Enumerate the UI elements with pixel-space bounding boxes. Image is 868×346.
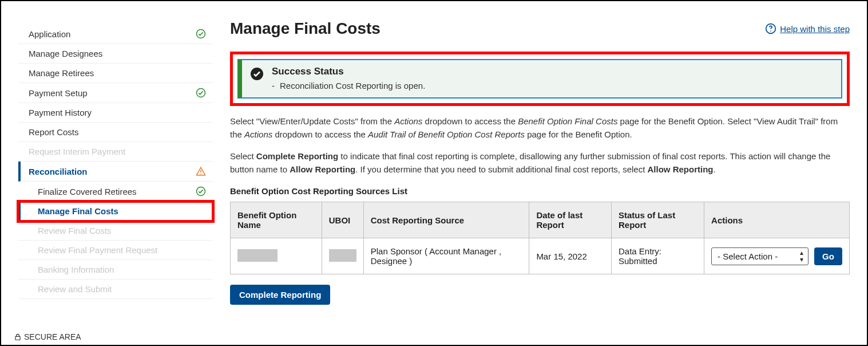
help-link-text[interactable]: Help with this step (780, 24, 850, 34)
main-content: Manage Final Costs Help with this step S… (213, 13, 861, 331)
nav-label: Reconciliation (29, 167, 88, 176)
help-link[interactable]: Help with this step (765, 23, 850, 34)
success-title: Success Status (272, 66, 425, 77)
cell-date: Mar 15, 2022 (529, 238, 612, 274)
svg-point-0 (197, 30, 205, 38)
redacted-block (237, 249, 278, 262)
th-benefit-option-name: Benefit Option Name (231, 202, 322, 238)
svg-point-4 (197, 187, 205, 196)
cell-status: Data Entry: Submitted (612, 238, 704, 274)
secure-area-text: SECURE AREA (24, 332, 81, 341)
cell-benefit-option-name (231, 238, 322, 274)
page-title: Manage Final Costs (230, 19, 381, 38)
table-row: Plan Sponsor ( Account Manager , Designe… (231, 238, 850, 274)
nav-reconciliation[interactable]: Reconciliation (18, 162, 213, 182)
nav-review-final-payment-request: Review Final Payment Request (18, 241, 213, 260)
svg-point-3 (200, 174, 201, 175)
warning-triangle-icon (196, 166, 206, 176)
th-cost-reporting-source: Cost Reporting Source (363, 202, 529, 238)
nav-label: Banking Information (38, 265, 114, 274)
success-message: Reconciliation Cost Reporting is open. (272, 81, 425, 91)
nav-label: Manage Retirees (29, 68, 94, 78)
table-title: Benefit Option Cost Reporting Sources Li… (230, 186, 850, 196)
svg-rect-8 (15, 336, 20, 340)
nav-label: Request Interim Payment (29, 147, 125, 156)
success-alert-highlight: Success Status Reconciliation Cost Repor… (230, 52, 850, 106)
nav-label: Manage Final Costs (38, 206, 118, 216)
cost-reporting-table: Benefit Option Name UBOI Cost Reporting … (230, 202, 850, 274)
th-status-last-report: Status of Last Report (612, 202, 704, 238)
chevron-updown-icon: ▴▾ (800, 249, 803, 263)
nav-finalize-covered-retirees[interactable]: Finalize Covered Retirees (18, 182, 213, 202)
svg-point-1 (197, 89, 205, 97)
nav-label: Manage Designees (29, 49, 102, 58)
nav-report-costs[interactable]: Report Costs (18, 123, 213, 142)
nav-request-interim-payment: Request Interim Payment (18, 142, 213, 162)
svg-point-6 (770, 30, 771, 32)
nav-manage-retirees[interactable]: Manage Retirees (18, 64, 213, 83)
check-circle-icon (196, 186, 206, 196)
success-alert: Success Status Reconciliation Cost Repor… (237, 59, 842, 99)
nav-banking-information: Banking Information (18, 260, 213, 280)
nav-review-and-submit: Review and Submit (18, 280, 213, 299)
secure-area-footer: SECURE AREA (14, 332, 81, 341)
nav-label: Finalize Covered Retirees (38, 187, 137, 196)
check-circle-icon (196, 29, 206, 39)
nav-application[interactable]: Application (18, 24, 213, 44)
nav-label: Review Final Costs (38, 226, 111, 235)
nav-label: Review and Submit (38, 284, 112, 294)
nav-label: Payment Setup (29, 88, 88, 98)
redacted-block (329, 249, 356, 262)
th-uboi: UBOI (322, 202, 363, 238)
check-badge-icon (250, 67, 264, 81)
nav-payment-history[interactable]: Payment History (18, 103, 213, 123)
go-button[interactable]: Go (814, 247, 842, 265)
nav-label: Application (29, 29, 70, 39)
cell-source: Plan Sponsor ( Account Manager , Designe… (363, 238, 529, 274)
nav-manage-designees[interactable]: Manage Designees (18, 44, 213, 64)
nav-label: Review Final Payment Request (38, 245, 157, 255)
help-circle-icon (765, 23, 776, 34)
th-actions: Actions (704, 202, 850, 238)
select-value: - Select Action - (718, 251, 778, 261)
nav-manage-final-costs[interactable]: Manage Final Costs (18, 202, 213, 221)
cell-uboi (322, 238, 363, 274)
check-circle-icon (196, 88, 206, 98)
complete-reporting-button[interactable]: Complete Reporting (230, 285, 330, 305)
instruction-paragraph-1: Select "View/Enter/Update Costs" from th… (230, 115, 850, 141)
cell-actions: - Select Action - ▴▾ Go (704, 238, 850, 274)
sidebar-nav: Application Manage Designees Manage Reti… (7, 13, 213, 331)
nav-payment-setup[interactable]: Payment Setup (18, 83, 213, 103)
nav-review-final-costs: Review Final Costs (18, 221, 213, 241)
instruction-paragraph-2: Select Complete Reporting to indicate th… (230, 150, 850, 176)
lock-icon (14, 333, 22, 341)
action-select[interactable]: - Select Action - ▴▾ (711, 247, 808, 265)
th-date-last-report: Date of last Report (529, 202, 612, 238)
nav-label: Payment History (29, 108, 92, 117)
nav-label: Report Costs (29, 127, 79, 137)
